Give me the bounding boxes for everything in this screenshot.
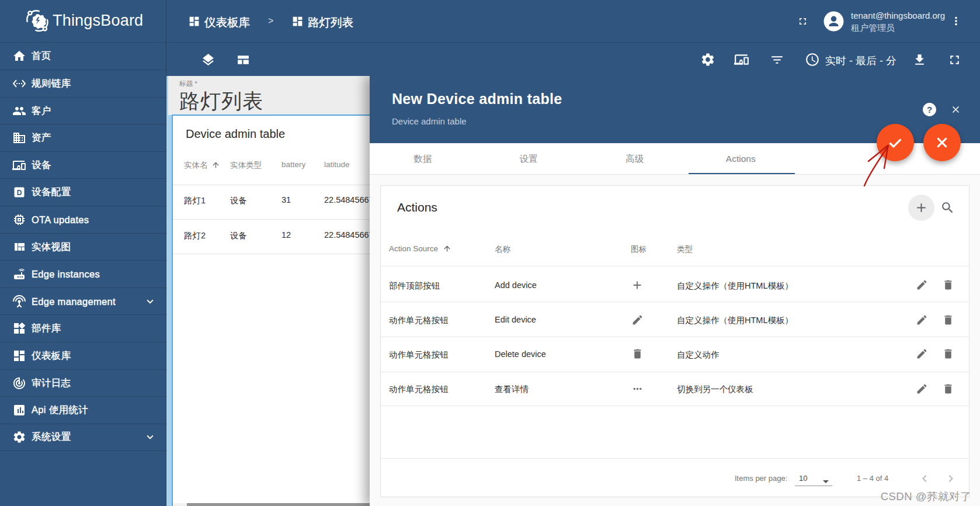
svg-text:?: ?	[927, 105, 932, 115]
svg-text:D: D	[17, 189, 22, 197]
